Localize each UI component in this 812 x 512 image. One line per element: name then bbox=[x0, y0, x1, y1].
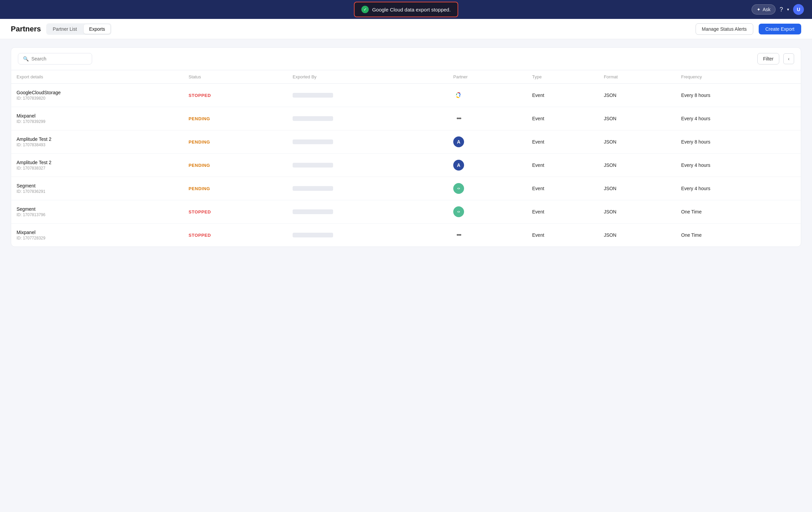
export-format: JSON bbox=[598, 130, 676, 154]
export-id: ID: 1707836291 bbox=[17, 189, 178, 194]
exported-by-placeholder bbox=[293, 186, 333, 191]
tab-partner-list[interactable]: Partner List bbox=[47, 24, 82, 34]
export-type: Event bbox=[527, 200, 598, 224]
page-title: Partners bbox=[11, 25, 41, 33]
table-row[interactable]: GoogleCloudStorageID: 1707839820STOPPED … bbox=[11, 84, 801, 107]
col-exported-by: Exported By bbox=[287, 70, 448, 84]
chevron-left-icon: ‹ bbox=[788, 56, 790, 61]
export-id: ID: 1707838327 bbox=[17, 166, 178, 171]
col-frequency: Frequency bbox=[676, 70, 801, 84]
export-id: ID: 1707728329 bbox=[17, 236, 178, 240]
collapse-panel-button[interactable]: ‹ bbox=[783, 53, 794, 64]
export-format: JSON bbox=[598, 200, 676, 224]
segment-partner-icon bbox=[453, 206, 464, 217]
export-id: ID: 1707839299 bbox=[17, 119, 178, 124]
status-badge: PENDING bbox=[189, 116, 210, 121]
status-badge: PENDING bbox=[189, 186, 210, 191]
export-type: Event bbox=[527, 177, 598, 200]
export-id: ID: 1707839820 bbox=[17, 96, 178, 101]
export-type: Event bbox=[527, 130, 598, 154]
spark-icon: ✦ bbox=[757, 7, 761, 12]
gcs-partner-icon bbox=[453, 90, 464, 101]
export-type: Event bbox=[527, 84, 598, 107]
amplitude-partner-icon: A bbox=[453, 160, 464, 171]
table-row[interactable]: Amplitude Test 2ID: 1707838493PENDINGAEv… bbox=[11, 130, 801, 154]
exported-by-placeholder bbox=[293, 233, 333, 237]
export-name: Segment bbox=[17, 206, 178, 212]
exports-table-container: 🔍 Filter ‹ Export details Status Exporte… bbox=[11, 47, 801, 247]
search-input-wrapper: 🔍 bbox=[18, 53, 92, 65]
toast-success-icon: ✓ bbox=[361, 6, 369, 13]
col-status: Status bbox=[183, 70, 287, 84]
table-row[interactable]: SegmentID: 1707813796STOPPED EventJSONOn… bbox=[11, 200, 801, 224]
export-frequency: Every 4 hours bbox=[676, 177, 801, 200]
top-navigation: ✓ Google Cloud data export stopped. ✦ As… bbox=[0, 0, 812, 19]
export-frequency: Every 4 hours bbox=[676, 107, 801, 130]
export-type: Event bbox=[527, 107, 598, 130]
status-badge: PENDING bbox=[189, 139, 210, 145]
status-badge: STOPPED bbox=[189, 209, 211, 214]
exports-table: Export details Status Exported By Partne… bbox=[11, 70, 801, 247]
svg-point-4 bbox=[458, 211, 459, 212]
tab-exports[interactable]: Exports bbox=[84, 24, 110, 34]
tab-group: Partner List Exports bbox=[46, 23, 111, 35]
export-id: ID: 1707838493 bbox=[17, 143, 178, 147]
svg-point-0 bbox=[458, 95, 459, 96]
export-name: Segment bbox=[17, 183, 178, 188]
export-name: Amplitude Test 2 bbox=[17, 136, 178, 142]
user-avatar[interactable]: U bbox=[793, 4, 804, 15]
export-format: JSON bbox=[598, 107, 676, 130]
toast-notification: ✓ Google Cloud data export stopped. bbox=[354, 2, 458, 17]
mixpanel-partner-icon: ••• bbox=[453, 113, 464, 124]
export-name: Amplitude Test 2 bbox=[17, 160, 178, 165]
mixpanel-partner-icon: ••• bbox=[453, 230, 464, 240]
table-header: Export details Status Exported By Partne… bbox=[11, 70, 801, 84]
table-row[interactable]: MixpanelID: 1707728329STOPPED•••EventJSO… bbox=[11, 224, 801, 247]
export-id: ID: 1707813796 bbox=[17, 212, 178, 217]
export-name: Mixpanel bbox=[17, 230, 178, 235]
export-format: JSON bbox=[598, 224, 676, 247]
svg-point-2 bbox=[458, 188, 459, 189]
export-frequency: One Time bbox=[676, 224, 801, 247]
table-body: GoogleCloudStorageID: 1707839820STOPPED … bbox=[11, 84, 801, 247]
status-badge: STOPPED bbox=[189, 93, 211, 98]
page-header: Partners Partner List Exports Manage Sta… bbox=[0, 19, 812, 39]
export-format: JSON bbox=[598, 177, 676, 200]
filter-button[interactable]: Filter bbox=[757, 53, 779, 65]
export-frequency: One Time bbox=[676, 200, 801, 224]
status-badge: STOPPED bbox=[189, 233, 211, 238]
col-export-details: Export details bbox=[11, 70, 183, 84]
export-type: Event bbox=[527, 154, 598, 177]
table-row[interactable]: Amplitude Test 2ID: 1707838327PENDINGAEv… bbox=[11, 154, 801, 177]
col-format: Format bbox=[598, 70, 676, 84]
search-input[interactable] bbox=[31, 56, 87, 61]
col-partner: Partner bbox=[448, 70, 527, 84]
export-frequency: Every 8 hours bbox=[676, 130, 801, 154]
export-frequency: Every 8 hours bbox=[676, 84, 801, 107]
segment-partner-icon bbox=[453, 183, 464, 194]
export-format: JSON bbox=[598, 154, 676, 177]
export-frequency: Every 4 hours bbox=[676, 154, 801, 177]
nav-chevron-icon[interactable]: ▾ bbox=[787, 7, 789, 12]
table-row[interactable]: SegmentID: 1707836291PENDING EventJSONEv… bbox=[11, 177, 801, 200]
help-icon[interactable]: ? bbox=[780, 6, 783, 13]
exported-by-placeholder bbox=[293, 139, 333, 144]
exported-by-placeholder bbox=[293, 163, 333, 168]
status-badge: PENDING bbox=[189, 163, 210, 168]
table-row[interactable]: MixpanelID: 1707839299PENDING•••EventJSO… bbox=[11, 107, 801, 130]
export-format: JSON bbox=[598, 84, 676, 107]
exported-by-placeholder bbox=[293, 116, 333, 121]
exported-by-placeholder bbox=[293, 93, 333, 98]
search-icon: 🔍 bbox=[23, 56, 29, 61]
export-type: Event bbox=[527, 224, 598, 247]
table-scroll-area[interactable]: Export details Status Exported By Partne… bbox=[11, 70, 801, 247]
amplitude-partner-icon: A bbox=[453, 136, 464, 147]
toast-message: Google Cloud data export stopped. bbox=[372, 7, 451, 12]
main-content: 🔍 Filter ‹ Export details Status Exporte… bbox=[0, 39, 812, 255]
col-type: Type bbox=[527, 70, 598, 84]
exported-by-placeholder bbox=[293, 209, 333, 214]
manage-status-alerts-button[interactable]: Manage Status Alerts bbox=[696, 23, 753, 35]
create-export-button[interactable]: Create Export bbox=[759, 24, 801, 34]
ask-button[interactable]: ✦ Ask bbox=[752, 4, 776, 15]
export-name: Mixpanel bbox=[17, 113, 178, 119]
